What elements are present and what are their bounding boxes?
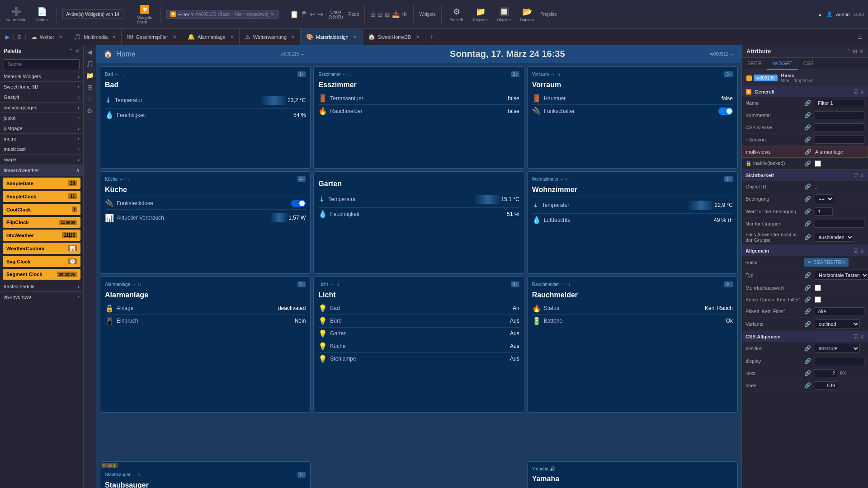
align-left-icon[interactable]: ⊞ [370, 11, 376, 18]
sidebar-category-canvas-gauges[interactable]: canvas-gauges › [0, 103, 83, 113]
view-ctrl-grid[interactable]: ⊞ [86, 82, 94, 92]
position-link-icon[interactable]: 🔗 [804, 345, 811, 352]
kommentar-link-icon[interactable]: 🔗 [804, 112, 811, 118]
allgemein-expand-icon[interactable]: ∧ [860, 248, 864, 254]
kommentar-input[interactable] [815, 111, 864, 119]
sidebar-category-gestylt[interactable]: Gestylt › [0, 92, 83, 103]
projects-button[interactable]: 📁 Projekte [470, 5, 491, 24]
variante-select[interactable]: outlined [815, 319, 860, 328]
settings-button[interactable]: ⚙ Einstell. [447, 5, 467, 24]
attr-section-css-allgemein-header[interactable]: CSS Allgemein ☑ ∧ [742, 331, 868, 342]
attr-collapse-icon[interactable]: ⌃ [846, 48, 851, 55]
sidebar-widget-flipclock[interactable]: FlipClock 11 00 00 [3, 217, 80, 228]
eye-icon[interactable]: 👁 [401, 11, 408, 18]
tab-wetterwarnung-close[interactable]: ✕ [291, 34, 295, 39]
widgets-filter-button[interactable]: 🔽 Widgetsfiltern [135, 3, 155, 26]
export-icon[interactable]: 📤 [392, 11, 400, 18]
name-input[interactable] [815, 99, 864, 107]
attr-expand-icon[interactable]: ⊞ [853, 48, 857, 55]
inaktiv-checkbox[interactable] [815, 160, 821, 167]
typ-select[interactable]: Horizontale Tasten [815, 271, 868, 280]
typ-link-icon[interactable]: 🔗 [804, 272, 811, 278]
css-klasse-link-icon[interactable]: 🔗 [804, 124, 811, 131]
nur-gruppen-link-icon[interactable]: 🔗 [804, 221, 811, 227]
align-center-icon[interactable]: ⊟ [377, 11, 383, 18]
bedingung-link-icon[interactable]: 🔗 [804, 196, 811, 202]
sidebar-widget-svgclock[interactable]: Svg Clock 🕐 [3, 256, 80, 267]
undo-icon[interactable]: ↩ [310, 10, 316, 19]
mehrfachauswahl-link-icon[interactable]: 🔗 [804, 285, 811, 291]
tab-geschirrspueler-close[interactable]: ✕ [173, 34, 176, 39]
files-button[interactable]: 📂 Dateien [517, 5, 537, 24]
add-tab-button[interactable]: + [425, 33, 439, 41]
attr-section-allgemein-header[interactable]: Allgemein ☑ ∧ [742, 245, 868, 256]
sidebar-category-trashschedule[interactable]: trashschedule › [0, 282, 83, 292]
filter-chip[interactable]: 🔽 Filter 1 #w000196 (Basic - filter - dr… [166, 10, 278, 19]
search-input[interactable] [4, 59, 80, 69]
keine-option-link-icon[interactable]: 🔗 [804, 296, 811, 303]
position-select[interactable]: absolute [815, 344, 860, 353]
filter-chip-close[interactable]: ✕ [270, 11, 274, 17]
tab-alarmanlage-close[interactable]: ✕ [230, 34, 234, 39]
generell-expand-icon[interactable]: ∧ [860, 89, 864, 95]
sidebar-category-material[interactable]: Material-Widgets › [0, 71, 83, 82]
sidebar-category-musiccast[interactable]: musiccast › [0, 144, 83, 155]
nur-gruppen-input[interactable] [815, 220, 864, 228]
links-link-icon[interactable]: 🔗 [804, 370, 811, 376]
view-ctrl-collapse[interactable]: ◀ [86, 47, 94, 57]
sidebar-widget-simpledate[interactable]: SimpleDate 30 [3, 178, 80, 189]
attr-close-icon[interactable]: ✕ [859, 48, 863, 55]
attr-tab-widget[interactable]: WIDGET [767, 58, 798, 70]
display-input[interactable] [815, 357, 864, 365]
attr-tab-css[interactable]: CSS [798, 58, 819, 70]
tab-materialdesign-close[interactable]: ✕ [353, 34, 357, 39]
sichtbarkeit-expand-icon[interactable]: ∧ [860, 172, 864, 178]
view-ctrl-settings[interactable]: ⚙ [85, 106, 94, 116]
palette-collapse-icon[interactable]: ⌃ [69, 48, 73, 54]
objects-button[interactable]: 🔲 Objekte [494, 5, 514, 24]
tab-wetter-close[interactable]: ✕ [59, 34, 62, 39]
view-ctrl-folder[interactable]: 📁 [85, 70, 95, 80]
tab-wetterwarnung[interactable]: ⚠ Wetterwarnung ✕ [240, 29, 301, 45]
variante-link-icon[interactable]: 🔗 [804, 321, 811, 327]
keine-option-checkbox[interactable] [815, 296, 821, 303]
view-ctrl-list[interactable]: ≡ [86, 94, 93, 104]
copy-icon[interactable]: 📋 [290, 10, 299, 19]
inaktiv-link-icon[interactable]: 🔗 [804, 160, 811, 167]
wert-bedingung-link-icon[interactable]: 🔗 [804, 208, 811, 215]
bedingung-select[interactable]: == [815, 194, 834, 203]
attr-section-generell-header[interactable]: 🔽 Generell ☑ ∧ [742, 86, 868, 97]
name-link-icon[interactable]: 🔗 [804, 100, 811, 106]
tab-alarmanlage[interactable]: 🔔 Alarmanlage ✕ [182, 29, 240, 45]
tab-multimedia[interactable]: 🎵 Multimedia ✕ [68, 29, 122, 45]
display-link-icon[interactable]: 🔗 [804, 358, 811, 364]
views-button[interactable]: ⊞ [14, 34, 26, 40]
anwender-gruppe-select[interactable]: ausblenden [815, 233, 854, 242]
sidebar-category-swipe[interactable]: swipe › [0, 155, 83, 165]
palette-close-icon[interactable]: ✕ [75, 48, 80, 54]
tab-geschirrspueler[interactable]: 🍽 Geschirrspüler ✕ [122, 29, 182, 45]
filterwort-input[interactable] [815, 136, 864, 144]
tab-sweethome3d[interactable]: 🏠 SweetHome3D ✕ [363, 29, 425, 45]
sidebar-widget-coolclock[interactable]: CoolClock \ [3, 204, 80, 215]
align-right-icon[interactable]: ⊠ [385, 11, 390, 18]
funksteckdose-toggle[interactable] [291, 200, 306, 207]
new-page-button[interactable]: ➕ Neue Seite [4, 5, 29, 24]
css-allgemein-expand-icon[interactable]: ∧ [860, 333, 864, 340]
delete-icon[interactable]: 🗑 [301, 10, 308, 19]
funkschalter-toggle[interactable] [718, 108, 733, 115]
play-button[interactable]: ▶ [2, 34, 14, 40]
mehrfachauswahl-checkbox[interactable] [815, 285, 821, 291]
attr-section-sichtbarkeit-header[interactable]: Sichtbarkeit ☑ ∧ [742, 170, 868, 181]
tab-menu-button[interactable]: ☰ [854, 34, 866, 40]
pages-button[interactable]: 📄 Seiten [33, 5, 51, 24]
oben-link-icon[interactable]: 🔗 [804, 382, 811, 389]
tab-materialdesign[interactable]: 🎨 Materialdesign ✕ [301, 29, 363, 45]
view-ctrl-music[interactable]: 🎵 [85, 59, 95, 69]
anwender-gruppe-link-icon[interactable]: 🔗 [804, 234, 811, 240]
bearbeiten-button[interactable]: ✏ BEARBEITEN [804, 258, 849, 267]
sidebar-category-visinventwo[interactable]: vis-inventwo › [0, 292, 83, 302]
sidebar-widget-weathercustom[interactable]: WeatherCustom 📊 [3, 243, 80, 254]
css-klasse-input[interactable] [815, 123, 864, 131]
filterwort-link-icon[interactable]: 🔗 [804, 136, 811, 143]
